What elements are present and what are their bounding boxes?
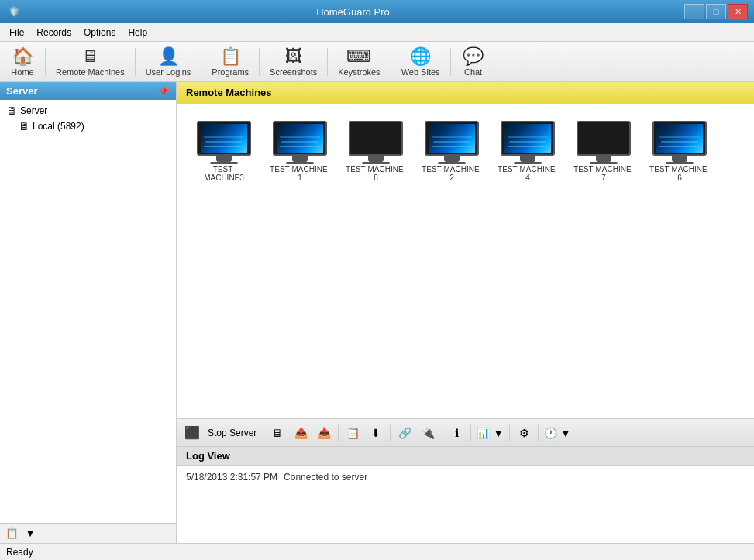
sidebar-bottom-btn1[interactable]: 📋 — [3, 526, 20, 541]
toolbar-separator-4 — [259, 48, 260, 76]
screenshots-icon: 🖼 — [285, 46, 302, 67]
machine-label: TEST-MACHINE-6 — [649, 165, 710, 182]
disconnect-btn[interactable]: 🔌 — [417, 423, 439, 443]
server-icon: 🖥 — [6, 105, 17, 117]
close-button[interactable]: ✕ — [728, 4, 748, 19]
connect-btn[interactable]: 🔗 — [394, 423, 415, 443]
menu-options[interactable]: Options — [77, 23, 122, 41]
menu-file[interactable]: File — [3, 23, 30, 41]
stop-server-button[interactable]: Stop Server — [205, 428, 260, 438]
toolbar-programs-label: Programs — [212, 67, 249, 77]
export-btn[interactable]: 📤 — [290, 423, 312, 443]
settings-btn[interactable]: ⚙ — [513, 423, 535, 443]
status-text: Ready — [6, 547, 33, 558]
toolbar-chat[interactable]: 💬 Chat — [454, 44, 493, 80]
view-btn[interactable]: 📊 ▼ — [474, 423, 506, 443]
tree-item-server-label: Server — [20, 105, 47, 116]
toolbar-home[interactable]: 🏠 Home — [3, 44, 42, 80]
keystrokes-icon: ⌨ — [346, 46, 371, 67]
toolbar-keystrokes[interactable]: ⌨ Keystrokes — [331, 44, 387, 80]
toolbar-home-label: Home — [11, 67, 33, 77]
machine-label: TEST-MACHINE-8 — [346, 165, 406, 182]
toolbar-chat-label: Chat — [464, 67, 482, 77]
sidebar-pin-icon: 📌 — [158, 86, 170, 97]
machine-monitor-test-machine6 — [652, 121, 707, 163]
sidebar-bottom-btn2[interactable]: ▼ — [22, 526, 39, 541]
toolbar-user-logins[interactable]: 👤 User Logins — [139, 44, 198, 80]
tree-item-local[interactable]: 🖥 Local (5892) — [15, 119, 173, 134]
status-bar: Ready — [0, 543, 754, 560]
tree-item-local-label: Local (5892) — [33, 121, 84, 132]
machine-item-test-machine7[interactable]: TEST-MACHINE-7 — [569, 116, 639, 187]
toolbar-screenshots[interactable]: 🖼 Screenshots — [263, 44, 324, 80]
machine-item-test-machine6[interactable]: TEST-MACHINE-6 — [645, 116, 714, 187]
minimize-button[interactable]: − — [684, 4, 704, 19]
toolbar-programs[interactable]: 📋 Programs — [205, 44, 256, 80]
sidebar-tree: 🖥 Server 🖥 Local (5892) — [0, 100, 176, 523]
main-layout: Server 📌 🖥 Server 🖥 Local (5892) 📋 ▼ Rem… — [0, 82, 754, 543]
machine-monitor-test-machine2 — [425, 121, 479, 163]
toolbar-web-sites-label: Web Sites — [401, 67, 440, 77]
bottom-sep-3 — [390, 424, 391, 441]
toolbar-remote-machines[interactable]: 🖥 Remote Machines — [49, 44, 132, 80]
sidebar: Server 📌 🖥 Server 🖥 Local (5892) 📋 ▼ — [0, 82, 177, 543]
machine-label: TEST-MACHINE-2 — [422, 165, 482, 182]
toolbar-separator-5 — [327, 48, 328, 76]
toolbar-separator-2 — [135, 48, 136, 76]
schedule-btn[interactable]: 🕐 ▼ — [542, 423, 573, 443]
info-btn[interactable]: ℹ — [446, 423, 467, 443]
toolbar-user-logins-label: User Logins — [146, 67, 191, 77]
bottom-sep-7 — [538, 424, 539, 441]
sidebar-header: Server 📌 — [0, 82, 176, 100]
menu-records[interactable]: Records — [30, 23, 77, 41]
section-title: Remote Machines — [186, 87, 272, 98]
maximize-button[interactable]: □ — [706, 4, 726, 19]
bottom-sep-2 — [338, 424, 339, 441]
toolbar-separator-3 — [201, 48, 201, 76]
menu-bar: File Records Options Help — [0, 23, 754, 42]
machine-label: TEST-MACHINE3 — [194, 165, 254, 182]
machine-item-test-machine2[interactable]: TEST-MACHINE-2 — [417, 116, 487, 187]
import-btn[interactable]: 📥 — [313, 423, 335, 443]
bottom-sep-1 — [263, 424, 263, 441]
log-section: Log View 5/18/2013 2:31:57 PM Connected … — [177, 446, 754, 543]
menu-help[interactable]: Help — [122, 23, 153, 41]
toolbar-web-sites[interactable]: 🌐 Web Sites — [394, 44, 447, 80]
machine-item-test-machine8[interactable]: TEST-MACHINE-8 — [341, 116, 411, 187]
download-btn[interactable]: ⬇ — [365, 423, 387, 443]
log-title: Log View — [186, 450, 230, 462]
programs-icon: 📋 — [220, 46, 241, 67]
bottom-sep-6 — [509, 424, 510, 441]
content-area: Remote Machines TEST-MACHINE3 — [177, 82, 754, 543]
bottom-sep-5 — [470, 424, 471, 441]
sidebar-title: Server — [6, 85, 37, 97]
log-timestamp: 5/18/2013 2:31:57 PM — [186, 472, 277, 483]
bottom-toolbar: ⬛ Stop Server 🖥 📤 📥 📋 ⬇ 🔗 🔌 ℹ 📊 ▼ ⚙ 🕐 ▼ — [177, 418, 754, 446]
log-content: 5/18/2013 2:31:57 PM Connected to server — [177, 466, 754, 543]
machine-monitor-test-machine3 — [197, 121, 251, 163]
machine-monitor-test-machine7 — [577, 121, 631, 163]
title-bar: 🛡️ HomeGuard Pro − □ ✕ — [0, 0, 754, 23]
machine-label: TEST-MACHINE-4 — [498, 165, 558, 182]
home-icon: 🏠 — [12, 46, 33, 67]
app-title: HomeGuard Pro — [22, 6, 684, 18]
machine-monitor-test-machine1 — [273, 121, 327, 163]
toolbar-remote-machines-label: Remote Machines — [56, 67, 125, 77]
bottom-sep-4 — [442, 424, 442, 441]
log-entry: 5/18/2013 2:31:57 PM Connected to server — [186, 472, 745, 483]
machine-item-test-machine1[interactable]: TEST-MACHINE-1 — [265, 116, 335, 187]
stop-server-icon[interactable]: ⬛ — [181, 423, 203, 443]
web-sites-icon: 🌐 — [410, 46, 431, 67]
toolbar-screenshots-label: Screenshots — [270, 67, 317, 77]
machine-monitor-test-machine8 — [349, 121, 403, 163]
machine-item-test-machine4[interactable]: TEST-MACHINE-4 — [493, 116, 563, 187]
tree-item-server[interactable]: 🖥 Server — [3, 103, 173, 119]
remote-machines-icon: 🖥 — [81, 46, 98, 67]
user-logins-icon: 👤 — [158, 46, 179, 67]
toolbar-keystrokes-label: Keystrokes — [338, 67, 380, 77]
machine-item-test-machine3[interactable]: TEST-MACHINE3 — [189, 116, 259, 187]
remote-view-btn[interactable]: 🖥 — [267, 423, 288, 443]
window-controls: − □ ✕ — [684, 4, 748, 19]
reports-btn[interactable]: 📋 — [342, 423, 363, 443]
log-header: Log View — [177, 447, 754, 466]
